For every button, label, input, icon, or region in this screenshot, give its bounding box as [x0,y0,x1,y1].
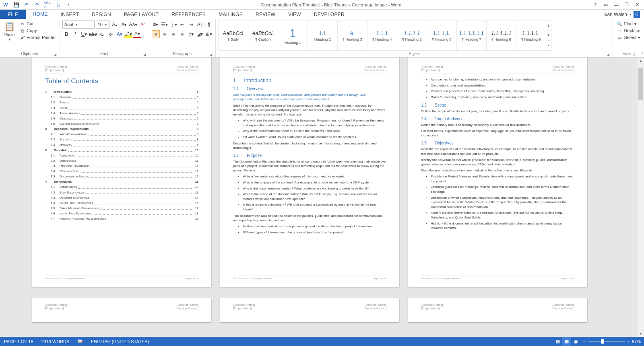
line-spacing-button[interactable]: ‡▾ [187,30,195,38]
minimize-icon[interactable]: — [613,1,620,8]
style-heading-1[interactable]: 1Heading 1 [278,21,308,51]
page-next-row-2: [Company Name][Project Name][Document Na… [220,298,399,322]
user-badge: K [634,11,640,18]
copy-icon: ⎘ [19,28,25,33]
align-right-button[interactable]: ≡ [169,30,178,38]
tab-page-layout[interactable]: PAGE LAYOUT [118,10,165,19]
help-icon[interactable]: ? [592,1,599,8]
page-toc: [Company Name][Project Name][Document Na… [32,58,211,287]
quick-print-icon[interactable]: ⎙ [55,2,61,8]
zoom-out-button[interactable]: − [583,339,586,344]
print-layout-button[interactable]: ▦ [562,337,571,346]
restore-icon[interactable]: ❐ [623,1,630,8]
read-mode-button[interactable]: ▤ [553,337,562,346]
status-language[interactable]: ENGLISH (UNITED STATES) [87,337,153,346]
tab-design[interactable]: DESIGN [85,10,118,19]
shading-button[interactable]: ◢▾ [196,30,204,38]
undo-icon[interactable]: ↶ [23,2,30,8]
style---heading-9[interactable]: 1.1.1.1.¶ Heading 9 [516,21,546,51]
zoom-level[interactable]: 57% [632,339,641,344]
text-effects-button[interactable]: A▾ [116,30,124,38]
tab-developer[interactable]: DEVELOPER [308,10,351,19]
web-layout-button[interactable]: ▣ [571,337,580,346]
select-button[interactable]: ▭Select ▾ [615,34,642,41]
status-words[interactable]: 2313 WORDS [37,337,74,346]
status-page[interactable]: PAGE 1 OF 18 [0,337,37,346]
find-button[interactable]: 🔍Find ▾ [615,21,642,27]
style---caption[interactable]: AaBbCcL¶ Caption [248,21,278,51]
status-proofing[interactable]: 📖 [73,337,87,346]
bullets-button[interactable]: ≡▾ [152,21,160,29]
style---heading-5[interactable]: 1.1.1.1¶ Heading 5 [397,21,427,51]
grow-font-button[interactable]: A▴ [111,21,119,29]
styles-dialog-icon[interactable]: ◢ [607,53,609,56]
window-title: Documentation Plan Template - Blue Theme… [74,2,588,7]
zoom-in-button[interactable]: + [627,339,630,344]
sort-button[interactable]: A↓ [196,21,204,29]
style---heading-7[interactable]: 1.1.1.1.1.1¶ Heading 7 [456,21,487,51]
align-center-button[interactable]: ≡ [161,30,169,38]
vertical-scrollbar[interactable]: ▲ ▼ [638,58,644,337]
group-font: Arial▾ 10▾ A▴ A▾ Aa▾ A⁄ B I U▾ abc x₂ x²… [60,19,149,57]
replace-button[interactable]: ↔Replace [615,27,642,34]
paste-button[interactable]: 📋 Paste ▾ [2,21,17,42]
tab-references[interactable]: REFERENCES [165,10,212,19]
user-account[interactable]: Ivan Walsh ▾ K [599,10,644,19]
bold-button[interactable]: B [62,30,70,38]
font-dialog-icon[interactable]: ◢ [143,53,146,56]
increase-indent-button[interactable]: ⇥ [187,21,195,29]
font-size-select[interactable]: 10▾ [96,21,109,29]
style---heading-6[interactable]: 1.1.1.1.¶ Heading 6 [427,21,457,51]
style---heading-8[interactable]: 1.1.1.1.1¶ Heading 8 [486,21,516,51]
redo-icon[interactable]: ↷ [34,2,40,8]
close-icon[interactable]: ✕ [634,1,641,8]
collapse-ribbon-icon[interactable]: ˄ [641,52,643,56]
document-area: [Company Name][Project Name][Document Na… [0,58,644,337]
superscript-button[interactable]: x² [107,30,115,38]
change-case-button[interactable]: Aa▾ [129,21,137,29]
numbering-button[interactable]: ☰▾ [161,21,169,29]
tab-home[interactable]: HOME [26,10,54,19]
copy-button[interactable]: ⎘Copy [18,27,57,34]
clipboard-dialog-icon[interactable]: ◢ [54,53,56,56]
paragraph-dialog-icon[interactable]: ◢ [210,53,212,56]
style-heading-2[interactable]: 1.1Heading 2 [308,21,338,51]
decrease-indent-button[interactable]: ⇤ [178,21,186,29]
strikethrough-button[interactable]: abc [89,30,97,38]
scrollbar-thumb[interactable] [638,68,643,100]
justify-button[interactable]: ≡ [178,30,186,38]
font-name-select[interactable]: Arial▾ [62,21,95,29]
word-icon: W [2,2,9,8]
tab-insert[interactable]: INSERT [54,10,86,19]
font-color-button[interactable]: A▾ [133,30,141,38]
styles-scroll[interactable]: ▲▼▾ [546,21,551,51]
tab-mailings[interactable]: MAILINGS [212,10,249,19]
scroll-up-icon[interactable]: ▲ [638,58,644,64]
spelling-icon[interactable]: ABC✓ [44,2,51,8]
tab-file[interactable]: FILE [0,10,26,19]
underline-button[interactable]: U▾ [80,30,88,38]
tab-view[interactable]: VIEW [282,10,308,19]
borders-button[interactable]: ⊞▾ [205,30,213,38]
multilevel-button[interactable]: ⋮▾ [169,21,178,29]
italic-button[interactable]: I [71,30,79,38]
highlight-button[interactable]: 🖍▾ [124,30,132,38]
save-icon[interactable]: 💾 [13,2,19,8]
style---heading-4[interactable]: 1.1.1¶ Heading 4 [367,21,397,51]
style---body[interactable]: AaBbCcI¶ Body [218,21,248,51]
group-clipboard: 📋 Paste ▾ ✂Cut ⎘Copy 🖌Format Painter Cli… [0,19,60,57]
ribbon-display-icon[interactable]: ▭ [602,1,609,8]
shrink-font-button[interactable]: A▾ [120,21,128,29]
tab-review[interactable]: REVIEW [249,10,282,19]
qat-dropdown-icon[interactable]: ▾ [65,2,72,8]
show-hide-button[interactable]: ¶ [205,21,213,29]
style---heading-3[interactable]: A.¶ Heading 3 [337,21,367,51]
cut-button[interactable]: ✂Cut [18,21,57,27]
zoom-slider[interactable] [588,341,625,342]
scroll-down-icon[interactable]: ▼ [638,330,644,337]
subscript-button[interactable]: x₂ [98,30,106,38]
format-painter-button[interactable]: 🖌Format Painter [18,34,57,41]
clear-formatting-button[interactable]: A⁄ [138,21,147,29]
align-left-button[interactable]: ≡ [152,30,160,38]
user-name: Ivan Walsh [603,12,627,17]
